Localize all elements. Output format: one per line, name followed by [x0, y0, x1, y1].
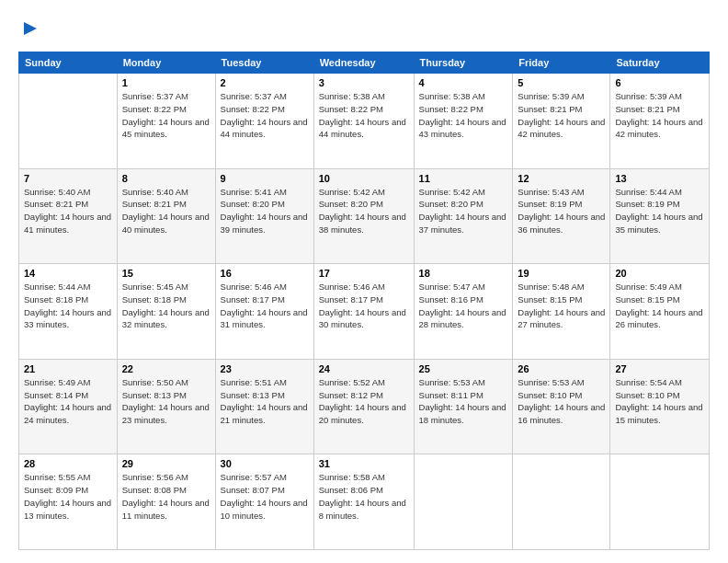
day-number: 31	[319, 458, 409, 469]
day-cell: 2Sunrise: 5:37 AMSunset: 8:22 PMDaylight…	[215, 74, 313, 169]
day-cell: 14Sunrise: 5:44 AMSunset: 8:18 PMDayligh…	[19, 264, 118, 360]
day-cell: 19Sunrise: 5:48 AMSunset: 8:15 PMDayligh…	[513, 264, 610, 360]
day-cell: 25Sunrise: 5:53 AMSunset: 8:11 PMDayligh…	[414, 359, 513, 454]
day-info: Sunrise: 5:55 AMSunset: 8:09 PMDaylight:…	[24, 471, 112, 522]
day-info: Sunrise: 5:48 AMSunset: 8:15 PMDaylight:…	[518, 281, 605, 331]
day-cell: 30Sunrise: 5:57 AMSunset: 8:07 PMDayligh…	[215, 454, 313, 550]
weekday-wednesday: Wednesday	[313, 52, 414, 74]
day-cell: 3Sunrise: 5:38 AMSunset: 8:22 PMDaylight…	[313, 74, 414, 169]
day-cell	[19, 74, 118, 169]
day-info: Sunrise: 5:41 AMSunset: 8:20 PMDaylight:…	[221, 186, 309, 236]
day-info: Sunrise: 5:46 AMSunset: 8:17 PMDaylight:…	[319, 281, 409, 331]
day-cell: 15Sunrise: 5:45 AMSunset: 8:18 PMDayligh…	[117, 264, 215, 360]
day-info: Sunrise: 5:39 AMSunset: 8:21 PMDaylight:…	[615, 90, 704, 141]
day-info: Sunrise: 5:39 AMSunset: 8:21 PMDaylight:…	[518, 90, 605, 141]
day-number: 9	[221, 173, 309, 184]
day-cell: 18Sunrise: 5:47 AMSunset: 8:16 PMDayligh…	[414, 264, 513, 360]
day-cell: 21Sunrise: 5:49 AMSunset: 8:14 PMDayligh…	[19, 359, 118, 454]
day-cell: 10Sunrise: 5:42 AMSunset: 8:20 PMDayligh…	[313, 168, 414, 264]
day-info: Sunrise: 5:52 AMSunset: 8:12 PMDaylight:…	[319, 376, 409, 427]
day-number: 21	[24, 363, 112, 374]
day-info: Sunrise: 5:37 AMSunset: 8:22 PMDaylight:…	[221, 90, 309, 141]
day-info: Sunrise: 5:47 AMSunset: 8:16 PMDaylight:…	[419, 281, 508, 331]
weekday-tuesday: Tuesday	[215, 52, 313, 74]
day-info: Sunrise: 5:43 AMSunset: 8:19 PMDaylight:…	[518, 186, 605, 236]
header	[18, 17, 710, 42]
day-cell: 22Sunrise: 5:50 AMSunset: 8:13 PMDayligh…	[117, 359, 215, 454]
day-number: 26	[518, 363, 605, 374]
day-info: Sunrise: 5:45 AMSunset: 8:18 PMDaylight:…	[122, 281, 210, 331]
day-info: Sunrise: 5:37 AMSunset: 8:22 PMDaylight:…	[122, 90, 210, 141]
day-cell: 16Sunrise: 5:46 AMSunset: 8:17 PMDayligh…	[215, 264, 313, 360]
day-info: Sunrise: 5:56 AMSunset: 8:08 PMDaylight:…	[122, 471, 210, 522]
day-number: 30	[221, 458, 309, 469]
day-number: 4	[419, 77, 508, 88]
svg-marker-0	[24, 22, 37, 35]
day-number: 19	[518, 268, 605, 279]
day-cell: 12Sunrise: 5:43 AMSunset: 8:19 PMDayligh…	[513, 168, 610, 264]
day-cell	[414, 454, 513, 550]
day-number: 10	[319, 173, 409, 184]
day-info: Sunrise: 5:54 AMSunset: 8:10 PMDaylight:…	[615, 376, 704, 427]
day-number: 29	[122, 458, 210, 469]
day-info: Sunrise: 5:50 AMSunset: 8:13 PMDaylight:…	[122, 376, 210, 427]
day-cell: 24Sunrise: 5:52 AMSunset: 8:12 PMDayligh…	[313, 359, 414, 454]
day-info: Sunrise: 5:44 AMSunset: 8:18 PMDaylight:…	[24, 281, 112, 331]
calendar-table: SundayMondayTuesdayWednesdayThursdayFrid…	[18, 52, 710, 550]
day-cell: 1Sunrise: 5:37 AMSunset: 8:22 PMDaylight…	[117, 74, 215, 169]
day-cell: 29Sunrise: 5:56 AMSunset: 8:08 PMDayligh…	[117, 454, 215, 550]
day-number: 20	[615, 268, 704, 279]
day-info: Sunrise: 5:53 AMSunset: 8:11 PMDaylight:…	[419, 376, 508, 427]
day-number: 17	[319, 268, 409, 279]
weekday-saturday: Saturday	[610, 52, 710, 74]
week-row-2: 7Sunrise: 5:40 AMSunset: 8:21 PMDaylight…	[19, 168, 710, 264]
weekday-thursday: Thursday	[414, 52, 513, 74]
day-cell: 6Sunrise: 5:39 AMSunset: 8:21 PMDaylight…	[610, 74, 710, 169]
day-cell: 28Sunrise: 5:55 AMSunset: 8:09 PMDayligh…	[19, 454, 118, 550]
weekday-sunday: Sunday	[19, 52, 118, 74]
day-info: Sunrise: 5:57 AMSunset: 8:07 PMDaylight:…	[221, 471, 309, 522]
day-cell: 8Sunrise: 5:40 AMSunset: 8:21 PMDaylight…	[117, 168, 215, 264]
week-row-3: 14Sunrise: 5:44 AMSunset: 8:18 PMDayligh…	[19, 264, 710, 360]
day-number: 11	[419, 173, 508, 184]
day-number: 16	[221, 268, 309, 279]
logo	[18, 17, 42, 42]
day-number: 6	[615, 77, 704, 88]
day-cell: 23Sunrise: 5:51 AMSunset: 8:13 PMDayligh…	[215, 359, 313, 454]
day-number: 24	[319, 363, 409, 374]
day-info: Sunrise: 5:38 AMSunset: 8:22 PMDaylight:…	[419, 90, 508, 141]
day-info: Sunrise: 5:44 AMSunset: 8:19 PMDaylight:…	[615, 186, 704, 236]
day-info: Sunrise: 5:46 AMSunset: 8:17 PMDaylight:…	[221, 281, 309, 331]
day-number: 12	[518, 173, 605, 184]
day-cell	[513, 454, 610, 550]
day-number: 5	[518, 77, 605, 88]
day-cell: 11Sunrise: 5:42 AMSunset: 8:20 PMDayligh…	[414, 168, 513, 264]
day-number: 15	[122, 268, 210, 279]
day-number: 3	[319, 77, 409, 88]
day-cell: 9Sunrise: 5:41 AMSunset: 8:20 PMDaylight…	[215, 168, 313, 264]
day-cell: 13Sunrise: 5:44 AMSunset: 8:19 PMDayligh…	[610, 168, 710, 264]
weekday-header-row: SundayMondayTuesdayWednesdayThursdayFrid…	[19, 52, 710, 74]
day-cell: 5Sunrise: 5:39 AMSunset: 8:21 PMDaylight…	[513, 74, 610, 169]
day-number: 14	[24, 268, 112, 279]
day-cell: 31Sunrise: 5:58 AMSunset: 8:06 PMDayligh…	[313, 454, 414, 550]
day-info: Sunrise: 5:42 AMSunset: 8:20 PMDaylight:…	[419, 186, 508, 236]
day-number: 2	[221, 77, 309, 88]
day-cell	[610, 454, 710, 550]
day-info: Sunrise: 5:53 AMSunset: 8:10 PMDaylight:…	[518, 376, 605, 427]
logo-arrow-icon	[20, 18, 40, 39]
day-number: 7	[24, 173, 112, 184]
day-cell: 27Sunrise: 5:54 AMSunset: 8:10 PMDayligh…	[610, 359, 710, 454]
day-info: Sunrise: 5:49 AMSunset: 8:14 PMDaylight:…	[24, 376, 112, 427]
page: SundayMondayTuesdayWednesdayThursdayFrid…	[0, 0, 728, 563]
week-row-5: 28Sunrise: 5:55 AMSunset: 8:09 PMDayligh…	[19, 454, 710, 550]
day-number: 23	[221, 363, 309, 374]
weekday-monday: Monday	[117, 52, 215, 74]
day-number: 25	[419, 363, 508, 374]
day-number: 27	[615, 363, 704, 374]
day-info: Sunrise: 5:51 AMSunset: 8:13 PMDaylight:…	[221, 376, 309, 427]
week-row-4: 21Sunrise: 5:49 AMSunset: 8:14 PMDayligh…	[19, 359, 710, 454]
day-number: 18	[419, 268, 508, 279]
day-cell: 7Sunrise: 5:40 AMSunset: 8:21 PMDaylight…	[19, 168, 118, 264]
day-info: Sunrise: 5:40 AMSunset: 8:21 PMDaylight:…	[122, 186, 210, 236]
